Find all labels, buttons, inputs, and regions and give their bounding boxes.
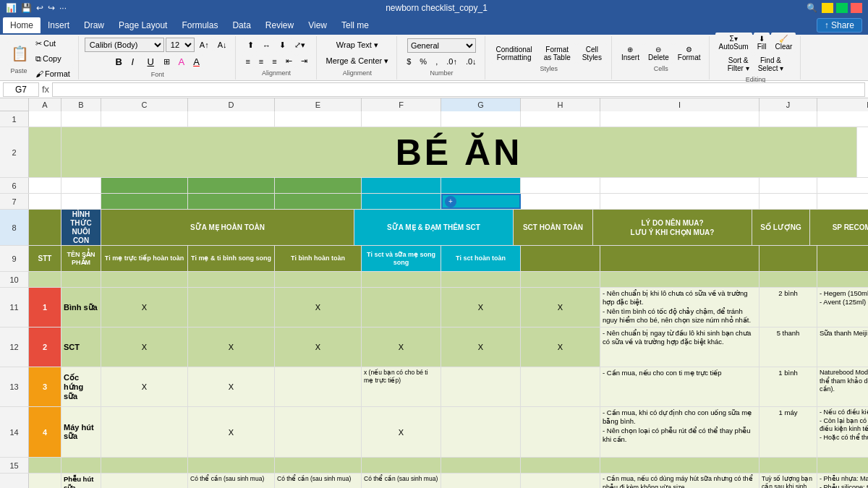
cell-j9[interactable] [760, 246, 817, 271]
cell-b10[interactable] [61, 272, 101, 287]
cell-c1[interactable] [101, 111, 188, 127]
cell-k15[interactable] [817, 458, 868, 473]
cell-b13-coc-hung-sua[interactable]: Cốc hứng sữa [61, 367, 101, 406]
cell-j12-so-luong[interactable]: 5 thanh [760, 328, 817, 367]
format-button[interactable]: 🖌 Format [32, 67, 74, 80]
tab-formulas[interactable]: Formulas [174, 17, 225, 33]
cell-c9-ti-me[interactable]: Ti mẹ trực tiếp hoàn toàn [101, 246, 188, 271]
tab-insert[interactable]: Insert [41, 17, 77, 33]
cell-f7[interactable] [362, 194, 441, 209]
cell-d12[interactable]: X [188, 328, 275, 367]
row-header-16[interactable]: 16 [0, 474, 29, 488]
cell-c14[interactable] [101, 407, 188, 457]
row-header-10[interactable]: 10 [0, 272, 29, 287]
autosum-button[interactable]: Σ▾AutoSum [715, 33, 752, 53]
increase-font-button[interactable]: A↑ [196, 38, 213, 51]
conditional-formatting-button[interactable]: ConditionalFormatting [491, 43, 537, 64]
cell-h6[interactable] [521, 178, 600, 193]
cell-k13-recommend[interactable]: Naturebood Model 2021 (bạn có thể tham k… [817, 367, 868, 406]
row-header-9[interactable]: 9 [0, 246, 29, 271]
cell-d13[interactable]: X [188, 367, 275, 406]
col-header-b[interactable]: B [61, 98, 101, 111]
cell-a12-num[interactable]: 2 [29, 328, 61, 367]
delete-cells-button[interactable]: ⊖Delete [644, 43, 673, 64]
cut-button[interactable]: ✂ Cut [32, 37, 74, 51]
cell-b12-sct[interactable]: SCT [61, 328, 101, 367]
cell-f12[interactable]: X [362, 328, 441, 367]
cell-c7[interactable] [101, 194, 188, 209]
cell-j8-so-luong[interactable]: SỐ LƯỢNG [752, 210, 810, 245]
cell-e15[interactable] [275, 458, 362, 473]
cell-j7[interactable] [760, 194, 817, 209]
increase-decimal-button[interactable]: .0↑ [443, 55, 461, 68]
row-header-2[interactable]: 2 [0, 127, 29, 177]
cell-b6[interactable] [61, 178, 101, 193]
row-header-8[interactable]: 8 [0, 210, 29, 245]
cell-a7[interactable] [29, 194, 61, 209]
cell-j16-so-luong[interactable]: Tuỳ số lượng bạn cần sau khi sinh xong [760, 474, 817, 488]
cell-j14-so-luong[interactable]: 1 máy [760, 407, 817, 457]
tab-home[interactable]: Home [3, 17, 41, 33]
wrap-text-button[interactable]: Wrap Text ▾ [333, 38, 382, 52]
cell-e1[interactable] [275, 111, 362, 127]
cell-j6[interactable] [760, 178, 817, 193]
cell-g16[interactable] [441, 474, 521, 488]
cell-k9[interactable] [817, 246, 868, 271]
maximize-button[interactable] [836, 3, 848, 13]
cell-k11-recommend[interactable]: - Hegem (150ml)- Avent (125ml) [817, 288, 868, 327]
cell-b15[interactable] [61, 458, 101, 473]
cell-f11[interactable] [362, 288, 441, 327]
cell-f6[interactable] [362, 178, 441, 193]
merge-center-button[interactable]: Merge & Center ▾ [323, 54, 393, 68]
font-family-select[interactable]: Calibri (Body) [85, 38, 164, 52]
cell-c16[interactable] [101, 474, 188, 488]
cell-a9-stt[interactable]: STT [29, 246, 61, 271]
cell-e10[interactable] [275, 272, 362, 287]
row-header-7[interactable]: 7 [0, 194, 29, 209]
cell-h13[interactable] [521, 367, 600, 406]
cell-i12-ly-do[interactable]: - Nên chuẩn bị ngay từ đầu lô khi sinh b… [600, 328, 760, 367]
tab-review[interactable]: Review [258, 17, 301, 33]
decrease-font-button[interactable]: A↓ [214, 38, 231, 51]
cell-c11[interactable]: X [101, 288, 188, 327]
cell-i8-ly-do[interactable]: LÝ DO NÊN MUA?LƯU Ý KHI CHỌN MUA? [593, 210, 752, 245]
cell-g14[interactable] [441, 407, 521, 457]
cell-i6[interactable] [600, 178, 760, 193]
cell-c15[interactable] [101, 458, 188, 473]
cell-h1[interactable] [521, 111, 600, 127]
cell-j15[interactable] [760, 458, 817, 473]
cell-j10[interactable] [760, 272, 817, 287]
tab-page-layout[interactable]: Page Layout [111, 17, 174, 33]
cell-i13-ly-do[interactable]: - Cần mua, nếu cho con ti mẹ trực tiếp [600, 367, 760, 406]
cell-a1[interactable] [29, 111, 61, 127]
cell-d1[interactable] [188, 111, 275, 127]
cell-e16[interactable]: Có thể cần (sau sinh mua) [275, 474, 362, 488]
cell-c13[interactable]: X [101, 367, 188, 406]
align-left-button[interactable]: ≡ [242, 55, 253, 68]
redo-icon[interactable]: ↪ [48, 3, 55, 13]
cell-k1[interactable] [817, 111, 868, 127]
cell-h7[interactable] [521, 194, 600, 209]
fill-color-button[interactable]: A [175, 54, 189, 69]
comma-button[interactable]: , [432, 55, 441, 68]
col-header-j[interactable]: J [760, 98, 817, 111]
cell-f14[interactable]: X [362, 407, 441, 457]
cell-a11-num[interactable]: 1 [29, 288, 61, 327]
align-top-button[interactable]: ⬆ [244, 38, 258, 52]
cell-k10[interactable] [817, 272, 868, 287]
paste-button[interactable]: 📋 [7, 41, 30, 66]
orientation-button[interactable]: ⤢▾ [291, 38, 309, 52]
cell-d10[interactable] [188, 272, 275, 287]
cell-k8-sp-recommend[interactable]: SP RECOMMEND [810, 210, 868, 245]
cell-h12[interactable]: X [521, 328, 600, 367]
indent-increase-button[interactable]: ⇥ [297, 54, 311, 68]
cell-k16-recommend[interactable]: - Phễu nhựa: Maymom, Medela.- Phễu silic… [817, 474, 868, 488]
col-header-e[interactable]: E [275, 98, 362, 111]
cell-f9-ti-sct-sua[interactable]: Ti sct và sữa mẹ song song [362, 246, 441, 271]
col-header-f[interactable]: F [362, 98, 441, 111]
cell-j13-so-luong[interactable]: 1 bình [760, 367, 817, 406]
cell-f15[interactable] [362, 458, 441, 473]
cell-d6[interactable] [188, 178, 275, 193]
cell-i11-ly-do[interactable]: - Nên chuẩn bị khi lô chưa có sữa về và … [600, 288, 760, 327]
row-header-1[interactable]: 1 [0, 111, 29, 127]
